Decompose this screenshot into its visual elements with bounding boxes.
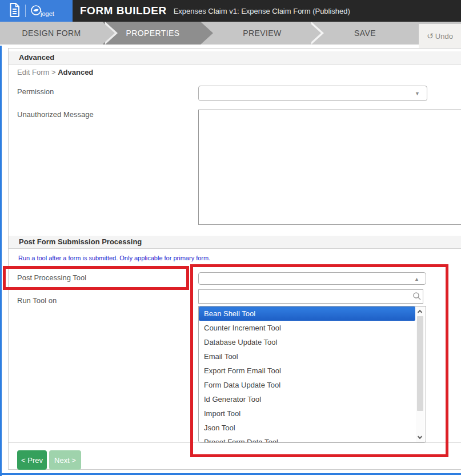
dropdown-option[interactable]: Export Form Email Tool: [199, 364, 415, 378]
tab-preview[interactable]: PREVIEW: [213, 22, 311, 45]
post-processing-tool-select[interactable]: ▲: [198, 272, 426, 285]
prev-button[interactable]: < Prev: [17, 450, 47, 470]
dropdown-option-selected[interactable]: Bean Shell Tool: [199, 306, 415, 321]
permission-select[interactable]: ▼: [198, 86, 427, 101]
chevron-up-icon: ▲: [414, 276, 419, 282]
breadcrumb-current: Advanced: [58, 68, 93, 76]
chevron-separator: [308, 22, 321, 45]
post-processing-tool-label: Post Processing Tool: [17, 273, 86, 282]
tool-option-list: Bean Shell Tool Counter Increment Tool D…: [198, 306, 426, 443]
dropdown-option[interactable]: Form Data Update Tool: [199, 378, 415, 392]
top-bar: joget FORM BUILDER Expenses Claim v1: Ex…: [0, 0, 461, 22]
search-icon: [412, 292, 422, 301]
post-processing-help-text: Run a tool after a form is submitted. On…: [18, 255, 210, 261]
brand-area[interactable]: joget: [0, 0, 73, 22]
app-subtitle: Expenses Claim v1: Expense Claim Form (P…: [174, 7, 350, 15]
form-builder-window: joget FORM BUILDER Expenses Claim v1: Ex…: [0, 0, 461, 476]
breadcrumb: Edit Form > Advanced: [17, 68, 93, 76]
tool-search-input[interactable]: [198, 289, 423, 304]
unauthorized-message-field[interactable]: [198, 110, 461, 225]
scrollbar-thumb[interactable]: [417, 316, 423, 411]
scroll-up-icon[interactable]: [418, 310, 422, 314]
dropdown-option[interactable]: Counter Increment Tool: [199, 321, 415, 335]
tab-properties[interactable]: PROPERTIES: [103, 22, 203, 45]
dropdown-option[interactable]: Preset Form Data Tool: [199, 435, 415, 443]
undo-button[interactable]: ↺ Undo: [419, 24, 461, 48]
dropdown-option[interactable]: Database Update Tool: [199, 335, 415, 349]
undo-label: Undo: [435, 32, 453, 41]
undo-icon: ↺: [427, 31, 434, 41]
document-icon: [8, 2, 21, 20]
divider: [25, 5, 26, 17]
app-title: FORM BUILDER: [80, 5, 167, 17]
next-button[interactable]: Next >: [49, 450, 81, 470]
dropdown-option[interactable]: Id Generator Tool: [199, 392, 415, 406]
scroll-down-icon[interactable]: [418, 434, 422, 439]
unauthorized-message-label: Unauthorized Message: [17, 110, 94, 119]
joget-logo: joget: [30, 5, 54, 17]
breadcrumb-parent: Edit Form >: [17, 68, 56, 76]
page-frame-left: [0, 46, 2, 476]
run-tool-on-label: Run Tool on: [17, 296, 57, 305]
list-scrollbar[interactable]: [416, 307, 424, 442]
chevron-down-icon: ▼: [415, 91, 420, 96]
tab-save[interactable]: SAVE: [311, 22, 419, 45]
dropdown-option[interactable]: Import Tool: [199, 406, 415, 421]
dropdown-option[interactable]: Json Tool: [199, 421, 415, 435]
joget-logo-icon: [30, 5, 42, 16]
dropdown-option[interactable]: Email Tool: [199, 349, 415, 364]
permission-label: Permission: [17, 87, 54, 96]
page-frame-bottom: [0, 473, 461, 475]
joget-logo-text: joget: [41, 10, 54, 17]
section-header-post-processing: Post Form Submission Processing: [9, 236, 461, 249]
section-header-advanced: Advanced: [9, 51, 461, 64]
tab-design-form[interactable]: DESIGN FORM: [0, 22, 103, 45]
